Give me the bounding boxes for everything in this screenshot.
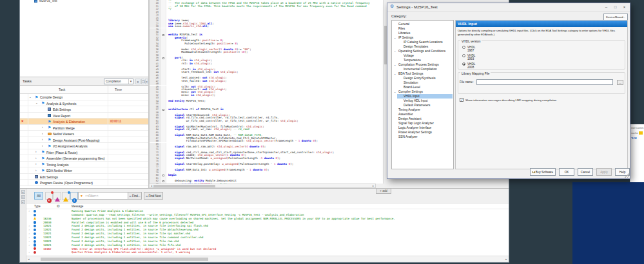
apply-button[interactable]: Apply: [596, 168, 612, 176]
category-item-simulation[interactable]: Simulation: [392, 80, 453, 85]
category-item-operating-settings-and-conditions[interactable]: ⌄Operating Settings and Conditions: [392, 49, 453, 53]
file-name-input[interactable]: [476, 79, 613, 85]
category-item-signal-tap-logic-analyzer[interactable]: Signal Tap Logic Analyzer: [392, 121, 453, 126]
filter-all-button[interactable]: All: [34, 192, 43, 200]
message-filter-input[interactable]: ▼ <<Filter>>: [78, 192, 133, 200]
side-icon-3[interactable]: ▪: [21, 200, 25, 204]
category-item-compiler-settings[interactable]: ⌄Compiler Settings: [392, 90, 453, 94]
category-item-temperature[interactable]: Temperature: [392, 58, 453, 62]
fold-box-icon[interactable]: [162, 57, 164, 59]
expander-icon[interactable]: ⌄: [35, 101, 38, 104]
add-tab-button[interactable]: + add: [376, 188, 391, 194]
expander-icon[interactable]: ›: [35, 150, 37, 153]
expander-icon[interactable]: ›: [35, 162, 37, 165]
filter-warnings-button[interactable]: [62, 192, 70, 200]
category-item-board-level[interactable]: Board-Level: [392, 85, 453, 90]
maximize-button[interactable]: □: [611, 4, 620, 11]
radio-icon[interactable]: [462, 62, 465, 66]
category-item-libraries[interactable]: Libraries: [392, 31, 453, 35]
task-row[interactable]: ›⚑Partition Merge: [20, 125, 149, 131]
category-item-design-assistant[interactable]: Design Assistant: [392, 117, 453, 121]
browse-button[interactable]: ...: [617, 80, 623, 85]
editor-horizontal-scrollbar[interactable]: ◂ ▸: [149, 184, 376, 188]
expander-icon[interactable]: ›: [42, 138, 43, 141]
resize-grip[interactable]: [625, 173, 629, 178]
find-button[interactable]: ∞ Find...: [128, 192, 142, 200]
scroll-right-arrow[interactable]: ▸: [504, 257, 509, 261]
filter-info-button[interactable]: i: [70, 192, 78, 200]
tasks-close-button[interactable]: ×: [145, 79, 148, 84]
fold-box-icon[interactable]: [162, 174, 164, 176]
task-row[interactable]: View Report: [20, 113, 149, 119]
cancel-button[interactable]: Cancel: [578, 168, 593, 176]
task-row[interactable]: ×⚑Analysis & Elaboration00:00:11: [20, 118, 149, 125]
fold-box-icon[interactable]: [162, 109, 164, 111]
scrollbar-thumb[interactable]: [41, 258, 208, 261]
task-row[interactable]: ›⚑Design Assistant (Post-Mapping): [20, 137, 149, 144]
category-item-eda-tool-settings[interactable]: ⌄EDA Tool Settings: [392, 71, 453, 76]
ok-button[interactable]: OK: [559, 168, 574, 176]
dialog-title-bar[interactable]: ⚙ Settings - M25P16_Test – □ ×: [387, 3, 630, 12]
tasks-menu-button[interactable]: ≡: [135, 79, 141, 84]
chevron-down-icon[interactable]: ⌄: [394, 72, 396, 75]
task-row[interactable]: ›⚑Fitter (Place & Route): [20, 149, 149, 156]
category-item-power-analyzer-settings[interactable]: Power Analyzer Settings: [392, 130, 453, 135]
category-item-verilog-hdl-input[interactable]: Verilog HDL Input: [392, 99, 453, 103]
scroll-right-arrow[interactable]: ▸: [371, 184, 375, 187]
lmf-messages-checkbox[interactable]: ✓: [460, 98, 463, 102]
category-item-design-templates[interactable]: Design Templates: [392, 44, 453, 49]
tasks-dock-button[interactable]: ❐: [141, 79, 144, 84]
chevron-down-icon[interactable]: ⌄: [394, 63, 396, 66]
messages-horizontal-scrollbar[interactable]: ◂ ▸: [26, 256, 509, 261]
category-item-ssn-analyzer[interactable]: SSN Analyzer: [392, 135, 453, 139]
category-item-logic-analyzer-interface[interactable]: Logic Analyzer Interface: [392, 126, 453, 130]
expander-icon[interactable]: ›: [42, 126, 43, 129]
task-row[interactable]: ›Netlist Viewers: [20, 131, 149, 137]
filter-errors-button[interactable]: ×: [45, 192, 53, 200]
category-item-compilation-process-settings[interactable]: ⌄Compilation Process Settings: [392, 62, 453, 67]
radio-icon[interactable]: [462, 54, 465, 57]
close-button[interactable]: ×: [620, 4, 629, 11]
category-item-general[interactable]: General: [392, 22, 453, 26]
minimize-button[interactable]: –: [602, 4, 610, 11]
category-item-default-parameters[interactable]: Default Parameters: [392, 103, 453, 108]
chevron-down-icon[interactable]: ⌄: [394, 36, 396, 39]
category-item-vhdl-input[interactable]: VHDL Input: [392, 94, 453, 99]
fold-box-icon[interactable]: [162, 34, 164, 36]
expander-icon[interactable]: ⌄: [29, 95, 32, 99]
flow-selector-dropdown[interactable]: Compilation▾: [104, 79, 133, 84]
task-row[interactable]: ⌄⚑Analysis & Synthesis: [20, 100, 149, 107]
code-editor[interactable]: 19--20-- The exchange of data between th…: [149, 0, 387, 184]
category-item-assembler[interactable]: Assembler: [392, 112, 453, 117]
category-item-voltage[interactable]: Voltage: [392, 53, 453, 58]
task-row[interactable]: ›⚑I/O Assignment Analysis: [20, 143, 149, 149]
category-item-design-entry-synthesis[interactable]: Design Entry/Synthesis: [392, 76, 453, 80]
expander-icon[interactable]: ›: [35, 169, 37, 172]
side-icon-1[interactable]: ▴: [21, 190, 25, 194]
buy-software-button[interactable]: Buy Software: [530, 168, 556, 176]
expander-icon[interactable]: ›: [42, 132, 43, 135]
fold-box-icon[interactable]: [162, 180, 164, 182]
task-row[interactable]: Edit Settings: [20, 174, 149, 180]
expander-icon[interactable]: ›: [28, 250, 30, 254]
task-row[interactable]: ›⚑Assembler (Generate programming files): [20, 155, 149, 162]
category-item-incremental-compilation[interactable]: Incremental Compilation: [392, 67, 453, 71]
category-item-files[interactable]: Files: [392, 26, 453, 31]
chevron-down-icon[interactable]: ⌄: [394, 50, 396, 53]
task-row[interactable]: ⌄⚑Compile Design: [20, 94, 149, 100]
category-item-ip-catalog-search-locations[interactable]: IP Catalog Search Locations: [392, 40, 453, 44]
side-icon-2[interactable]: ≡: [21, 195, 25, 199]
task-row[interactable]: ›⚑EDA Netlist Writer: [20, 167, 149, 174]
expander-icon[interactable]: ›: [42, 144, 43, 147]
category-item-ip-settings[interactable]: ⌄IP Settings: [392, 35, 453, 40]
find-next-button[interactable]: ∞ Find Next: [144, 192, 163, 200]
scroll-left-arrow[interactable]: ◂: [26, 257, 31, 261]
task-row[interactable]: ›⚑Timing Analysis: [20, 162, 149, 168]
chevron-down-icon[interactable]: ⌄: [394, 90, 396, 93]
scrollbar-thumb[interactable]: [153, 185, 215, 187]
chevron-down-icon[interactable]: ▾: [128, 79, 133, 84]
expander-icon[interactable]: ›: [35, 156, 37, 160]
task-row[interactable]: Edit Settings: [20, 106, 149, 113]
task-row[interactable]: Program Device (Open Programmer): [20, 180, 149, 186]
filter-critical-warnings-button[interactable]: [54, 192, 61, 200]
